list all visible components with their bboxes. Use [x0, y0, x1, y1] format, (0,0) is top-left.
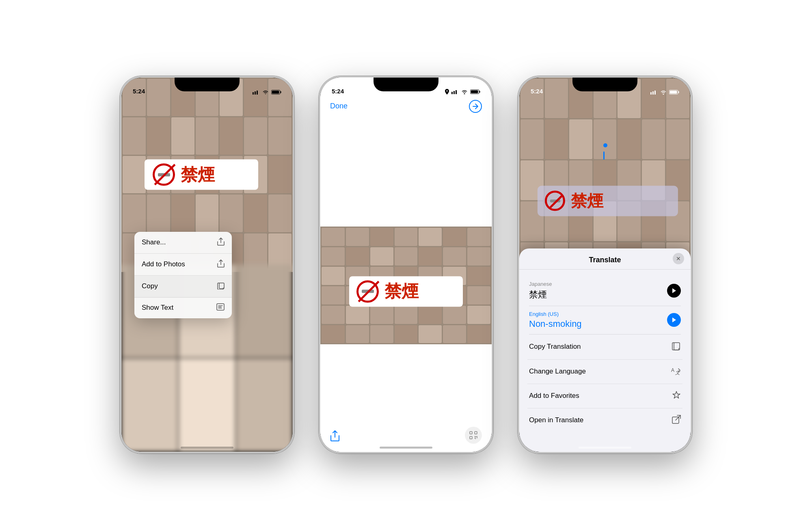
translate-body: Japanese 禁煙 [519, 270, 691, 436]
addphoto-menu-icon [217, 259, 225, 270]
svg-rect-15 [470, 432, 472, 434]
copy-translation-action[interactable]: Copy Translation [527, 335, 682, 360]
svg-rect-1 [255, 91, 256, 95]
scan-button[interactable] [465, 427, 482, 444]
notch-2 [374, 78, 438, 91]
svg-rect-23 [670, 91, 677, 93]
svg-rect-10 [456, 90, 457, 94]
copy-menu-icon [217, 281, 225, 291]
change-language-action[interactable]: Change Language A 文 [527, 360, 682, 384]
wifi-icon-3 [660, 90, 667, 95]
menu-label-show-text: Show Text [142, 304, 173, 312]
source-lang-row: Japanese 禁煙 [529, 281, 681, 301]
menu-label-copy: Copy [142, 282, 158, 290]
svg-rect-24 [678, 91, 679, 93]
source-lang-text: 禁煙 [529, 289, 552, 301]
menu-item-add-photos[interactable]: Add to Photos [134, 254, 232, 276]
selection-cursor-top [603, 151, 605, 160]
cigarette-icon [158, 173, 170, 176]
target-lang-label: English (US) [529, 311, 582, 317]
battery-icon-2 [470, 89, 480, 94]
showtext-menu-icon [216, 303, 225, 313]
menu-label-share: Share... [142, 238, 166, 246]
home-indicator-1 [181, 447, 233, 449]
share-icon-2 [330, 430, 340, 441]
signal-icon-3 [650, 90, 658, 95]
battery-icon-3 [669, 90, 679, 95]
play-translation-button[interactable] [667, 313, 681, 327]
svg-rect-4 [272, 91, 279, 93]
phone3-sign-selected: 禁煙 [538, 186, 678, 216]
svg-rect-14 [479, 91, 480, 93]
menu-item-show-text[interactable]: Show Text [134, 298, 232, 318]
notch-1 [175, 78, 240, 91]
no-smoking-sign-1: 禁煙 [145, 160, 258, 190]
home-indicator-2 [380, 447, 432, 449]
notch-3 [572, 78, 637, 91]
close-icon: ✕ [676, 255, 681, 262]
change-language-label: Change Language [529, 367, 586, 376]
signal-icon [253, 90, 260, 95]
play-icon-source [672, 288, 676, 294]
status-icons-2 [445, 89, 480, 95]
wifi-icon [262, 90, 269, 95]
change-language-icon: A 文 [671, 366, 681, 377]
selection-dot-top [603, 143, 607, 147]
menu-item-copy[interactable]: Copy [134, 276, 232, 298]
svg-rect-20 [654, 91, 656, 95]
svg-rect-5 [281, 91, 281, 93]
blurred-photo-5 [179, 358, 235, 452]
menu-item-share[interactable]: Share... [134, 232, 232, 254]
context-menu: Share... Add to Photos [134, 232, 232, 318]
open-in-translate-label: Open in Translate [529, 416, 583, 424]
status-icons-1 [253, 90, 281, 95]
copy-translation-icon [672, 341, 681, 353]
no-smoking-icon-1 [153, 164, 175, 186]
arrow-button[interactable] [469, 100, 482, 113]
strike-through-3 [547, 191, 565, 211]
phone2-sign: 禁煙 [349, 276, 463, 307]
phone-2: 5:24 [319, 76, 493, 453]
play-icon-target [672, 317, 676, 323]
copy-translation-label: Copy Translation [529, 343, 581, 351]
svg-rect-17 [470, 436, 472, 439]
favorites-star-icon [672, 391, 681, 402]
svg-rect-18 [650, 92, 652, 95]
arrow-icon [473, 104, 478, 109]
phone-1: 5:24 [120, 76, 294, 453]
translate-panel: Translate ✕ Japanese 禁煙 [519, 248, 691, 452]
play-source-button[interactable] [667, 284, 681, 298]
phone-3: 5:24 [518, 76, 692, 453]
kanji-text-2: 禁煙 [384, 283, 419, 300]
time-2: 5:24 [332, 88, 344, 95]
location-icon-2 [445, 89, 449, 95]
battery-icon [271, 90, 281, 95]
phone2-bottom-white [320, 344, 492, 451]
target-lang-content: English (US) Non-smoking [529, 311, 582, 329]
kanji-text-3: 禁煙 [571, 190, 603, 212]
add-to-favorites-action[interactable]: Add to Favorites [527, 384, 682, 408]
menu-label-add-photos: Add to Photos [142, 260, 185, 268]
signal-icon-2 [451, 89, 459, 94]
phones-container: 5:24 [0, 0, 812, 529]
phone2-layout: Done [320, 78, 492, 452]
translate-close-button[interactable]: ✕ [673, 253, 684, 264]
add-to-favorites-label: Add to Favorites [529, 392, 579, 400]
no-smoking-icon-2 [356, 280, 379, 302]
share-menu-icon [217, 238, 225, 248]
svg-rect-13 [471, 90, 478, 93]
open-in-translate-action[interactable]: Open in Translate [527, 408, 682, 432]
done-button[interactable]: Done [330, 102, 348, 110]
translate-title: Translate [589, 256, 621, 264]
time-3: 5:24 [531, 88, 543, 95]
svg-rect-8 [451, 92, 453, 94]
status-icons-3 [650, 90, 679, 95]
phone2-share-button[interactable] [330, 430, 340, 444]
target-lang-row: English (US) Non-smoking [529, 311, 681, 329]
phone2-image-section: 禁煙 [320, 227, 492, 344]
target-language-section: English (US) Non-smoking [527, 306, 682, 334]
cigarette-icon-2 [362, 290, 374, 293]
kanji-text-1: 禁煙 [181, 166, 215, 183]
wifi-icon-2 [461, 89, 468, 94]
svg-rect-9 [454, 91, 455, 94]
